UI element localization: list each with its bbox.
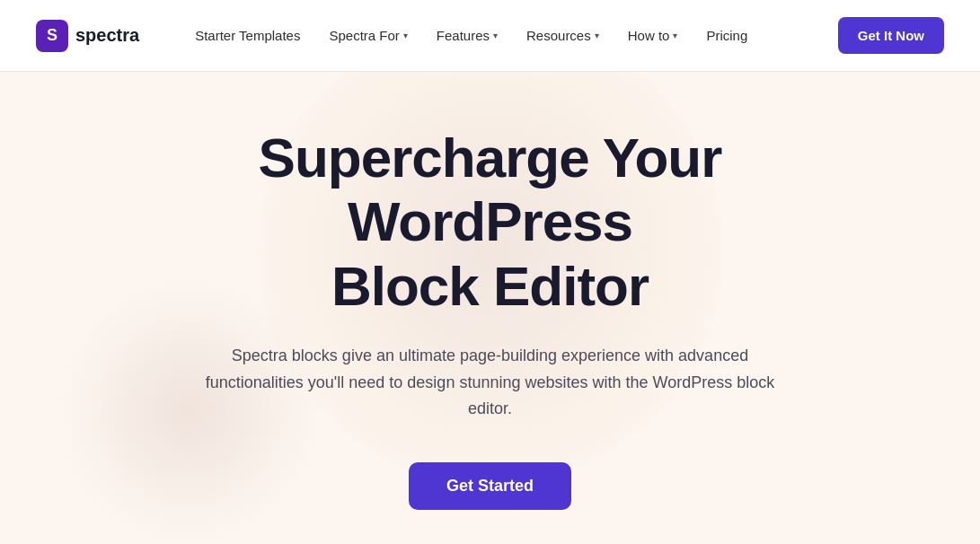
get-started-button[interactable]: Get Started xyxy=(409,462,571,510)
logo-icon: S xyxy=(36,20,68,52)
nav-item-resources[interactable]: Resources ▾ xyxy=(514,21,612,50)
chevron-down-icon: ▾ xyxy=(595,31,599,40)
hero-subtitle: Spectra blocks give an ultimate page-bui… xyxy=(185,343,796,423)
nav-item-how-to[interactable]: How to ▾ xyxy=(615,21,691,50)
logo-text: spectra xyxy=(75,25,139,46)
nav-item-starter-templates[interactable]: Starter Templates xyxy=(182,21,313,50)
chevron-down-icon: ▾ xyxy=(673,31,677,40)
hero-content: Supercharge Your WordPress Block Editor … xyxy=(140,126,841,510)
nav-item-pricing[interactable]: Pricing xyxy=(693,21,760,50)
nav-item-features[interactable]: Features ▾ xyxy=(424,21,510,50)
hero-title: Supercharge Your WordPress Block Editor xyxy=(140,126,841,318)
chevron-down-icon: ▾ xyxy=(493,31,498,40)
navbar: S spectra Starter Templates Spectra For … xyxy=(0,0,980,72)
chevron-down-icon: ▾ xyxy=(403,31,408,40)
nav-links: Starter Templates Spectra For ▾ Features… xyxy=(182,21,838,50)
logo-link[interactable]: S spectra xyxy=(36,20,139,52)
hero-section: Supercharge Your WordPress Block Editor … xyxy=(0,72,980,544)
nav-item-spectra-for[interactable]: Spectra For ▾ xyxy=(316,21,419,50)
get-it-now-button[interactable]: Get It Now xyxy=(838,17,944,54)
